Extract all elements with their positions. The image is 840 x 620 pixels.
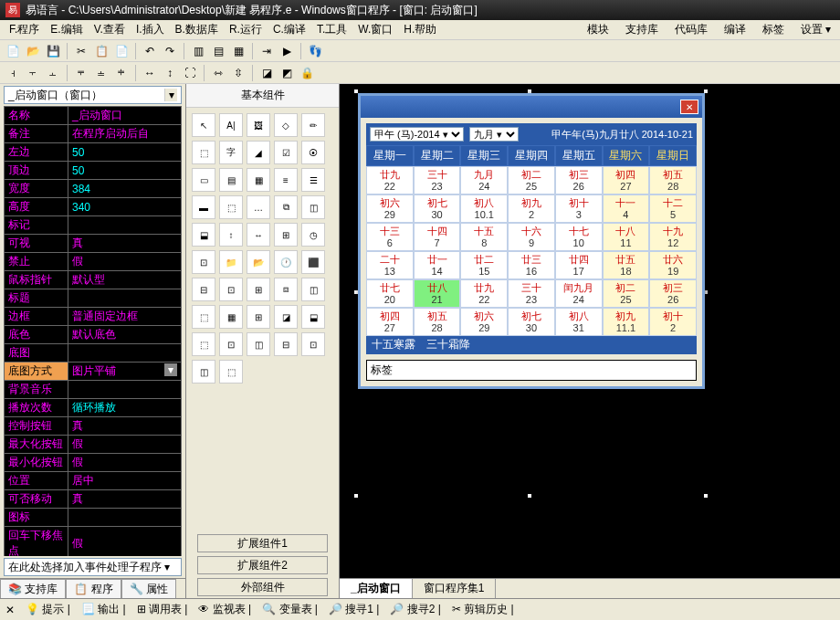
calendar-cell[interactable]: 初七30 (414, 194, 461, 223)
align-left-icon[interactable]: ⫞ (4, 64, 22, 82)
calendar-cell[interactable]: 三十23 (508, 279, 555, 308)
menu-item[interactable]: E.编辑 (47, 20, 86, 39)
undo-icon[interactable]: ↶ (141, 42, 159, 60)
component-item[interactable]: ↕ (219, 223, 243, 247)
calendar-cell[interactable]: 十八11 (603, 223, 650, 251)
panel-tab[interactable]: 📚 支持库 (0, 579, 66, 598)
component-item[interactable]: ◫ (192, 360, 215, 384)
calendar-cell[interactable]: 初四27 (366, 308, 414, 336)
panel2-icon[interactable]: ▤ (209, 42, 227, 60)
save-icon[interactable]: 💾 (44, 42, 62, 60)
open-icon[interactable]: 📂 (24, 42, 42, 60)
component-item[interactable]: ⬓ (192, 223, 215, 247)
calendar-cell[interactable]: 廿二15 (460, 251, 508, 279)
calendar-cell[interactable]: 九月24 (460, 166, 508, 194)
calendar-cell[interactable]: 初二25 (603, 279, 650, 308)
calendar-cell[interactable]: 十七10 (555, 223, 603, 251)
status-item[interactable]: 👁 监视表 | (198, 602, 251, 617)
menu-item[interactable]: F.程序 (5, 20, 43, 39)
component-item[interactable]: ↖ (192, 113, 215, 137)
palette-group-button[interactable]: 扩展组件1 (197, 534, 328, 552)
component-item[interactable]: ▭ (192, 168, 215, 192)
calendar-cell[interactable]: 初五28 (414, 308, 461, 336)
year-select[interactable]: 甲午 (马)-2014 ▾ (370, 127, 464, 142)
component-item[interactable]: ◇ (274, 113, 298, 137)
align-top-icon[interactable]: ⫧ (72, 64, 90, 82)
component-item[interactable]: ⊡ (192, 250, 215, 274)
component-item[interactable]: ≡ (274, 168, 298, 192)
same-width-icon[interactable]: ↔ (141, 64, 159, 82)
copy-icon[interactable]: 📋 (92, 42, 110, 60)
calendar-cell[interactable]: 初十3 (555, 194, 603, 223)
component-item[interactable]: ▦ (247, 168, 270, 192)
month-select[interactable]: 九月 ▾ (469, 127, 519, 142)
align-center-icon[interactable]: ⫟ (24, 64, 42, 82)
calendar-cell[interactable]: 二十13 (366, 251, 414, 279)
palette-group-button[interactable]: 扩展组件2 (197, 556, 328, 574)
paste-icon[interactable]: 📄 (112, 42, 131, 60)
component-item[interactable]: ⬚ (192, 332, 215, 356)
component-item[interactable]: ◢ (247, 141, 270, 164)
menu-item[interactable]: 设置 ▾ (797, 20, 835, 39)
cut-icon[interactable]: ✂ (72, 42, 90, 60)
component-item[interactable]: ▬ (192, 195, 215, 219)
component-item[interactable]: ⊟ (192, 278, 215, 301)
align-bottom-icon[interactable]: ⫩ (112, 64, 131, 82)
component-item[interactable]: A| (219, 113, 243, 137)
component-item[interactable]: ⧉ (274, 195, 298, 219)
component-item[interactable]: ↔ (247, 223, 270, 247)
component-item[interactable]: 📂 (247, 250, 270, 274)
component-item[interactable]: ◫ (301, 195, 325, 219)
menu-item[interactable]: 代码库 (671, 20, 711, 39)
component-item[interactable]: ⊟ (274, 332, 298, 356)
component-item[interactable]: ☰ (301, 168, 325, 192)
menu-item[interactable]: R.运行 (226, 20, 266, 39)
calendar-cell[interactable]: 十二5 (649, 194, 697, 223)
component-item[interactable]: ☑ (274, 141, 298, 164)
menu-item[interactable]: W.窗口 (354, 20, 396, 39)
calendar-cell[interactable]: 廿三16 (508, 251, 555, 279)
status-item[interactable]: ✂ 剪辑历史 | (452, 602, 514, 617)
calendar-cell[interactable]: 闰九月24 (555, 279, 603, 308)
calendar-cell[interactable]: 初九11.1 (603, 308, 650, 336)
component-item[interactable]: ⬓ (301, 305, 325, 329)
property-grid[interactable]: 名称_启动窗口备注在程序启动后自左边50顶边50宽度384高度340标记可视真禁… (4, 106, 182, 556)
panel1-icon[interactable]: ▥ (189, 42, 207, 60)
object-selector[interactable]: _启动窗口（窗口）▾ (4, 86, 182, 104)
calendar-cell[interactable]: 初二25 (508, 166, 555, 194)
calendar-cell[interactable]: 初五28 (649, 166, 697, 194)
panel-tab[interactable]: 🔧 属性 (121, 579, 176, 598)
calendar-cell[interactable]: 廿七20 (366, 279, 414, 308)
calendar-cell[interactable]: 十九12 (649, 223, 697, 251)
close-tip-icon[interactable]: ✕ (5, 604, 15, 616)
palette-group-button[interactable]: 外部组件 (197, 578, 328, 596)
same-size-icon[interactable]: ⛶ (181, 64, 199, 82)
menu-item[interactable]: 支持库 (622, 20, 662, 39)
align-mid-icon[interactable]: ⫨ (92, 64, 110, 82)
event-selector[interactable]: 在此处选择加入事件处理子程序 ▾ (4, 558, 182, 576)
component-item[interactable]: ◫ (247, 332, 270, 356)
calendar-cell[interactable]: 十一4 (603, 194, 650, 223)
component-item[interactable]: ◷ (301, 223, 325, 247)
calendar-cell[interactable]: 初九2 (508, 194, 555, 223)
component-item[interactable]: ⬚ (192, 305, 215, 329)
component-item[interactable]: ◫ (301, 278, 325, 301)
component-item[interactable]: 字 (219, 141, 243, 164)
calendar-cell[interactable]: 廿九22 (366, 166, 414, 194)
component-item[interactable]: ⬚ (219, 360, 243, 384)
calendar-cell[interactable]: 三十23 (414, 166, 461, 194)
calendar-control[interactable]: 甲午 (马)-2014 ▾ 九月 ▾ 甲午年(马)九月廿八 2014-10-21… (366, 123, 697, 354)
calendar-cell[interactable]: 十五8 (460, 223, 508, 251)
lock-icon[interactable]: 🔒 (298, 64, 316, 82)
component-item[interactable]: ⦿ (301, 141, 325, 164)
calendar-cell[interactable]: 初四27 (603, 166, 650, 194)
label-control[interactable]: 标签 (366, 360, 697, 381)
design-window[interactable]: ✕ 甲午 (马)-2014 ▾ 九月 ▾ 甲午年(马)九月廿八 2014-10-… (358, 93, 705, 389)
redo-icon[interactable]: ↷ (161, 42, 179, 60)
step-icon[interactable]: ⇥ (257, 42, 276, 60)
align-right-icon[interactable]: ⫠ (44, 64, 62, 82)
component-item[interactable]: ⊡ (301, 332, 325, 356)
menu-item[interactable]: V.查看 (90, 20, 129, 39)
calendar-cell[interactable]: 初三26 (649, 279, 697, 308)
calendar-cell[interactable]: 初八31 (555, 308, 603, 336)
